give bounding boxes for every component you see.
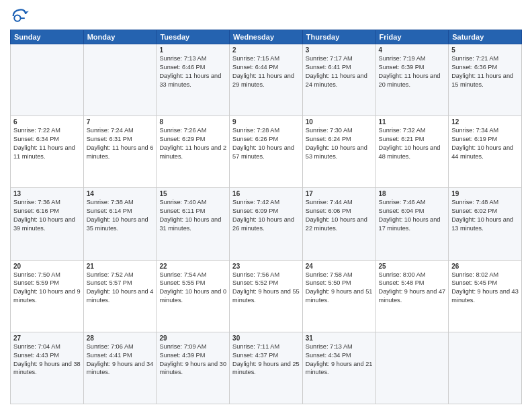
day-info: Sunrise: 7:13 AMSunset: 6:46 PMDaylight:… bbox=[159, 54, 226, 89]
day-cell: 28Sunrise: 7:06 AMSunset: 4:41 PMDayligh… bbox=[83, 332, 157, 404]
day-number: 28 bbox=[87, 334, 154, 342]
day-number: 15 bbox=[159, 190, 226, 197]
day-cell: 21Sunrise: 7:52 AMSunset: 5:57 PMDayligh… bbox=[83, 260, 157, 332]
day-cell: 10Sunrise: 7:30 AMSunset: 6:24 PMDayligh… bbox=[302, 116, 375, 188]
day-info: Sunrise: 7:38 AMSunset: 6:14 PMDaylight:… bbox=[87, 198, 154, 233]
week-row-4: 20Sunrise: 7:50 AMSunset: 5:59 PMDayligh… bbox=[11, 260, 522, 332]
day-number: 30 bbox=[232, 334, 300, 342]
day-cell: 30Sunrise: 7:11 AMSunset: 4:37 PMDayligh… bbox=[230, 332, 303, 404]
day-info: Sunrise: 7:11 AMSunset: 4:37 PMDaylight:… bbox=[232, 342, 300, 377]
day-number: 7 bbox=[87, 118, 154, 126]
header bbox=[10, 7, 522, 26]
day-cell: 11Sunrise: 7:32 AMSunset: 6:21 PMDayligh… bbox=[375, 116, 449, 188]
day-cell: 14Sunrise: 7:38 AMSunset: 6:14 PMDayligh… bbox=[83, 188, 157, 260]
day-info: Sunrise: 7:30 AMSunset: 6:24 PMDaylight:… bbox=[306, 126, 373, 161]
day-cell: 22Sunrise: 7:54 AMSunset: 5:55 PMDayligh… bbox=[157, 260, 230, 332]
day-cell: 4Sunrise: 7:19 AMSunset: 6:39 PMDaylight… bbox=[375, 44, 449, 116]
day-info: Sunrise: 8:00 AMSunset: 5:48 PMDaylight:… bbox=[379, 271, 446, 306]
day-info: Sunrise: 8:02 AMSunset: 5:45 PMDaylight:… bbox=[451, 271, 519, 306]
day-cell bbox=[375, 332, 449, 404]
day-info: Sunrise: 7:26 AMSunset: 6:29 PMDaylight:… bbox=[159, 126, 226, 161]
day-info: Sunrise: 7:52 AMSunset: 5:57 PMDaylight:… bbox=[87, 271, 154, 306]
day-number: 23 bbox=[232, 263, 300, 270]
day-number: 12 bbox=[451, 118, 519, 126]
day-cell: 31Sunrise: 7:13 AMSunset: 4:34 PMDayligh… bbox=[302, 332, 375, 404]
day-info: Sunrise: 7:50 AMSunset: 5:59 PMDaylight:… bbox=[13, 271, 81, 306]
day-info: Sunrise: 7:13 AMSunset: 4:34 PMDaylight:… bbox=[306, 342, 373, 377]
svg-point-0 bbox=[14, 15, 20, 21]
day-number: 16 bbox=[232, 190, 300, 197]
day-info: Sunrise: 7:56 AMSunset: 5:52 PMDaylight:… bbox=[232, 271, 300, 306]
day-number: 18 bbox=[379, 190, 446, 197]
day-cell: 3Sunrise: 7:17 AMSunset: 6:41 PMDaylight… bbox=[302, 44, 375, 116]
day-info: Sunrise: 7:21 AMSunset: 6:36 PMDaylight:… bbox=[451, 54, 519, 89]
calendar-page: SundayMondayTuesdayWednesdayThursdayFrid… bbox=[0, 0, 532, 411]
week-row-3: 13Sunrise: 7:36 AMSunset: 6:16 PMDayligh… bbox=[11, 188, 522, 260]
day-info: Sunrise: 7:44 AMSunset: 6:06 PMDaylight:… bbox=[306, 198, 373, 233]
day-number: 21 bbox=[87, 263, 154, 270]
day-cell: 19Sunrise: 7:48 AMSunset: 6:02 PMDayligh… bbox=[449, 188, 522, 260]
logo bbox=[10, 7, 32, 26]
day-info: Sunrise: 7:48 AMSunset: 6:02 PMDaylight:… bbox=[451, 198, 519, 233]
day-number: 8 bbox=[159, 118, 226, 126]
day-cell: 24Sunrise: 7:58 AMSunset: 5:50 PMDayligh… bbox=[302, 260, 375, 332]
day-cell: 17Sunrise: 7:44 AMSunset: 6:06 PMDayligh… bbox=[302, 188, 375, 260]
day-cell: 16Sunrise: 7:42 AMSunset: 6:09 PMDayligh… bbox=[230, 188, 303, 260]
day-info: Sunrise: 7:58 AMSunset: 5:50 PMDaylight:… bbox=[306, 271, 373, 306]
col-header-friday: Friday bbox=[375, 30, 449, 44]
week-row-5: 27Sunrise: 7:04 AMSunset: 4:43 PMDayligh… bbox=[11, 332, 522, 404]
day-cell: 9Sunrise: 7:28 AMSunset: 6:26 PMDaylight… bbox=[230, 116, 303, 188]
day-number: 20 bbox=[13, 263, 81, 270]
day-cell: 13Sunrise: 7:36 AMSunset: 6:16 PMDayligh… bbox=[11, 188, 84, 260]
day-number: 31 bbox=[306, 334, 373, 342]
day-info: Sunrise: 7:28 AMSunset: 6:26 PMDaylight:… bbox=[232, 126, 300, 161]
day-info: Sunrise: 7:09 AMSunset: 4:39 PMDaylight:… bbox=[159, 342, 226, 377]
day-number: 13 bbox=[13, 190, 81, 197]
day-cell: 1Sunrise: 7:13 AMSunset: 6:46 PMDaylight… bbox=[157, 44, 230, 116]
day-cell: 6Sunrise: 7:22 AMSunset: 6:34 PMDaylight… bbox=[11, 116, 84, 188]
col-header-thursday: Thursday bbox=[302, 30, 375, 44]
col-header-wednesday: Wednesday bbox=[230, 30, 303, 44]
day-info: Sunrise: 7:34 AMSunset: 6:19 PMDaylight:… bbox=[451, 126, 519, 161]
day-number: 10 bbox=[306, 118, 373, 126]
day-cell bbox=[11, 44, 84, 116]
day-cell: 18Sunrise: 7:46 AMSunset: 6:04 PMDayligh… bbox=[375, 188, 449, 260]
day-cell: 15Sunrise: 7:40 AMSunset: 6:11 PMDayligh… bbox=[157, 188, 230, 260]
day-info: Sunrise: 7:54 AMSunset: 5:55 PMDaylight:… bbox=[159, 271, 226, 306]
day-number: 11 bbox=[379, 118, 446, 126]
day-info: Sunrise: 7:15 AMSunset: 6:44 PMDaylight:… bbox=[232, 54, 300, 89]
day-cell bbox=[449, 332, 522, 404]
day-info: Sunrise: 7:04 AMSunset: 4:43 PMDaylight:… bbox=[13, 342, 81, 377]
day-info: Sunrise: 7:24 AMSunset: 6:31 PMDaylight:… bbox=[87, 126, 154, 161]
day-cell: 25Sunrise: 8:00 AMSunset: 5:48 PMDayligh… bbox=[375, 260, 449, 332]
day-info: Sunrise: 7:32 AMSunset: 6:21 PMDaylight:… bbox=[379, 126, 446, 161]
day-number: 4 bbox=[379, 46, 446, 54]
day-info: Sunrise: 7:40 AMSunset: 6:11 PMDaylight:… bbox=[159, 198, 226, 233]
day-info: Sunrise: 7:06 AMSunset: 4:41 PMDaylight:… bbox=[87, 342, 154, 377]
day-cell: 27Sunrise: 7:04 AMSunset: 4:43 PMDayligh… bbox=[11, 332, 84, 404]
col-header-tuesday: Tuesday bbox=[157, 30, 230, 44]
day-cell: 23Sunrise: 7:56 AMSunset: 5:52 PMDayligh… bbox=[230, 260, 303, 332]
day-info: Sunrise: 7:17 AMSunset: 6:41 PMDaylight:… bbox=[306, 54, 373, 89]
header-row: SundayMondayTuesdayWednesdayThursdayFrid… bbox=[11, 30, 522, 44]
col-header-saturday: Saturday bbox=[449, 30, 522, 44]
col-header-sunday: Sunday bbox=[11, 30, 84, 44]
day-cell: 8Sunrise: 7:26 AMSunset: 6:29 PMDaylight… bbox=[157, 116, 230, 188]
day-number: 6 bbox=[13, 118, 81, 126]
day-cell: 26Sunrise: 8:02 AMSunset: 5:45 PMDayligh… bbox=[449, 260, 522, 332]
day-number: 14 bbox=[87, 190, 154, 197]
day-cell bbox=[83, 44, 157, 116]
day-number: 29 bbox=[159, 334, 226, 342]
day-info: Sunrise: 7:46 AMSunset: 6:04 PMDaylight:… bbox=[379, 198, 446, 233]
day-number: 9 bbox=[232, 118, 300, 126]
day-number: 17 bbox=[306, 190, 373, 197]
day-cell: 29Sunrise: 7:09 AMSunset: 4:39 PMDayligh… bbox=[157, 332, 230, 404]
day-number: 25 bbox=[379, 263, 446, 270]
day-number: 3 bbox=[306, 46, 373, 54]
day-number: 5 bbox=[451, 46, 519, 54]
day-cell: 12Sunrise: 7:34 AMSunset: 6:19 PMDayligh… bbox=[449, 116, 522, 188]
day-info: Sunrise: 7:22 AMSunset: 6:34 PMDaylight:… bbox=[13, 126, 81, 161]
day-number: 24 bbox=[306, 263, 373, 270]
day-number: 26 bbox=[451, 263, 519, 270]
day-cell: 20Sunrise: 7:50 AMSunset: 5:59 PMDayligh… bbox=[11, 260, 84, 332]
